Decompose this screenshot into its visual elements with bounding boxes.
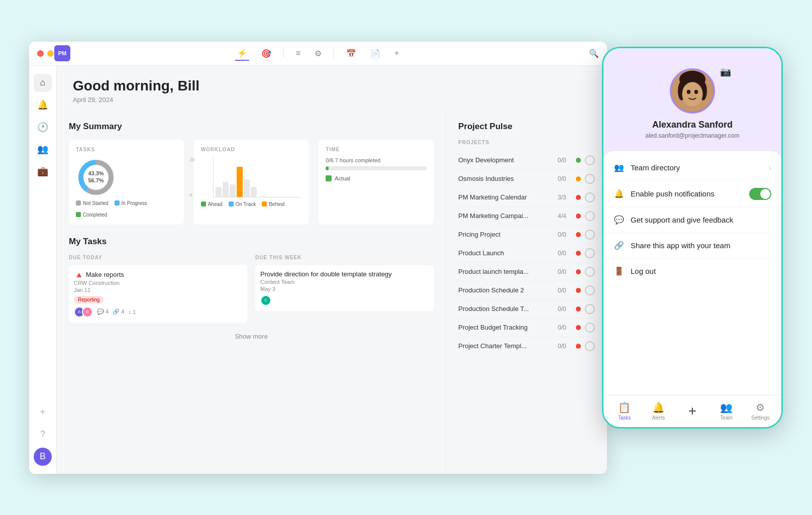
toolbar-icon-ai[interactable]: ⚡ xyxy=(235,46,249,61)
profile-section: 📷 xyxy=(603,48,781,151)
tasks-section: My Tasks DUE TODAY 🔺 Make reports xyxy=(69,237,434,340)
sidebar-item-history[interactable]: 🕐 xyxy=(34,118,52,136)
due-week-label: DUE THIS WEEK xyxy=(255,255,434,260)
sidebar-item-team[interactable]: 👥 xyxy=(34,140,52,158)
push-notifications-toggle[interactable] xyxy=(749,188,771,200)
y-axis-labels: 20 0 xyxy=(190,157,195,197)
nav-item-tasks[interactable]: 📋 Tasks xyxy=(612,401,637,421)
legend-on-track: On Track xyxy=(229,201,256,207)
status-circle-btn[interactable] xyxy=(585,267,595,277)
task-name[interactable]: Make reports xyxy=(86,271,124,278)
chevron-right-icon: › xyxy=(769,163,771,172)
status-circle-btn[interactable] xyxy=(585,155,595,165)
legend-in-progress: In Progress xyxy=(115,200,147,206)
logout-icon: 🚪 xyxy=(614,266,625,277)
support-label: Get support and give feedback xyxy=(631,216,771,224)
sidebar-item-home[interactable]: ⌂ xyxy=(34,74,52,92)
sidebar-item-portfolio[interactable]: 💼 xyxy=(34,162,52,180)
menu-item-support[interactable]: 💬 Get support and give feedback xyxy=(603,208,781,233)
status-circle-btn[interactable] xyxy=(585,192,595,202)
status-circle-btn[interactable] xyxy=(585,230,595,240)
camera-icon[interactable]: 📷 xyxy=(720,66,731,77)
task-name-week[interactable]: Provide direction for double template st… xyxy=(260,270,429,278)
actual-label: Actual xyxy=(335,175,350,181)
nav-item-settings[interactable]: ⚙ Settings xyxy=(748,401,773,421)
svg-text:56.7%: 56.7% xyxy=(88,177,104,183)
task-team-week: Content Team xyxy=(260,279,429,285)
show-more-button[interactable]: Show more xyxy=(69,333,434,340)
summary-title: My Summary xyxy=(69,122,434,132)
sidebar-item-help[interactable]: ? xyxy=(34,426,52,444)
tasks-donut-chart: 43.3% 56.7% xyxy=(76,157,116,197)
task-flag-icon: 🔺 xyxy=(74,270,84,280)
status-circle-btn[interactable] xyxy=(585,248,595,258)
profile-email: aled.sanford@projectmanager.com xyxy=(646,132,740,139)
tasks-summary-card: TASKS 43.3% 56.7% xyxy=(69,140,184,225)
nav-item-add[interactable]: + xyxy=(680,403,705,419)
search-icon[interactable]: 🔍 xyxy=(589,49,599,58)
menu-item-team-directory[interactable]: 👥 Team directory › xyxy=(603,155,781,181)
project-row: Project Budget Tracking 0/0 xyxy=(458,319,595,337)
legend-not-started: Not Started xyxy=(76,200,109,206)
main-content: Good morning, Bill April 29, 2024 My Sum… xyxy=(57,66,607,474)
status-dot-red xyxy=(576,251,581,256)
toolbar-icon-doc[interactable]: 📄 xyxy=(368,47,382,60)
sidebar-item-add[interactable]: + xyxy=(34,403,52,422)
sidebar-user-avatar[interactable]: B xyxy=(34,448,52,466)
toolbar-icon-tag[interactable]: 🎯 xyxy=(259,47,273,60)
settings-nav-icon: ⚙ xyxy=(756,401,765,414)
task-date: Jan 11 xyxy=(74,287,242,293)
project-list: Onyx Development 0/0 Osmosis Industries … xyxy=(458,151,595,356)
toolbar-icon-list[interactable]: ≡ xyxy=(294,47,302,60)
project-row: Onyx Development 0/0 xyxy=(458,151,595,170)
workload-label: WORKLOAD xyxy=(201,147,302,152)
status-circle-btn[interactable] xyxy=(585,304,595,314)
minimize-window-button[interactable] xyxy=(47,50,54,57)
status-dot-green xyxy=(576,158,581,163)
status-circle-btn[interactable] xyxy=(585,285,595,295)
toolbar-icon-grid[interactable]: ⚙ xyxy=(313,47,324,60)
toolbar-icon-add[interactable]: + xyxy=(392,47,401,60)
tasks-grid: DUE TODAY 🔺 Make reports CRW Constructio… xyxy=(69,255,434,327)
status-dot-red xyxy=(576,344,581,349)
close-window-button[interactable] xyxy=(37,50,44,57)
menu-item-logout[interactable]: 🚪 Log out xyxy=(603,259,781,284)
profile-avatar xyxy=(670,68,715,114)
team-directory-label: Team directory xyxy=(631,163,763,172)
task-item: 🔺 Make reports CRW Construction Jan 11 R… xyxy=(69,265,247,323)
avatar-week: C xyxy=(260,295,271,306)
menu-item-push-notifications[interactable]: 🔔 Enable push notifications xyxy=(603,181,781,208)
status-circle-btn[interactable] xyxy=(585,323,595,333)
page-header: Good morning, Bill April 29, 2024 xyxy=(57,66,607,112)
left-panel: My Summary TASKS 43.3% xyxy=(57,112,446,474)
task-refs: ↕ 1 xyxy=(128,309,136,315)
time-label: TIME xyxy=(326,147,427,152)
status-dot-red xyxy=(576,195,581,200)
mobile-menu: 👥 Team directory › 🔔 Enable push notific… xyxy=(603,151,781,395)
task-tag[interactable]: Reporting xyxy=(74,296,104,303)
workload-legend: Ahead On Track Behind xyxy=(201,201,302,207)
project-row: PM Marketing Campai... 4/4 xyxy=(458,207,595,226)
alerts-nav-icon: 🔔 xyxy=(652,401,665,414)
legend-completed: Completed xyxy=(76,212,107,218)
legend-ahead: Ahead xyxy=(201,201,223,207)
page-date: April 29, 2024 xyxy=(73,96,591,104)
status-dot-red xyxy=(576,269,581,274)
alerts-nav-label: Alerts xyxy=(652,415,665,421)
toolbar-icon-calendar[interactable]: 📅 xyxy=(344,47,358,60)
logout-label: Log out xyxy=(631,267,771,275)
share-icon: 🔗 xyxy=(614,240,625,251)
status-circle-btn[interactable] xyxy=(585,211,595,221)
right-panel: Project Pulse PROJECTS Onyx Development … xyxy=(446,112,607,474)
nav-item-team[interactable]: 👥 Team xyxy=(714,401,739,421)
nav-item-alerts[interactable]: 🔔 Alerts xyxy=(646,401,671,421)
project-row: PM Marketing Calendar 3/3 xyxy=(458,188,595,207)
status-dot-orange xyxy=(576,176,581,181)
menu-item-share[interactable]: 🔗 Share this app with your team xyxy=(603,233,781,259)
status-circle-btn[interactable] xyxy=(585,174,595,184)
sidebar-item-notifications[interactable]: 🔔 xyxy=(34,96,52,114)
project-row: Product Launch 0/0 xyxy=(458,244,595,263)
status-circle-btn[interactable] xyxy=(585,341,595,351)
pm-logo: PM xyxy=(54,45,70,61)
profile-name: Alexandra Sanford xyxy=(652,120,733,130)
